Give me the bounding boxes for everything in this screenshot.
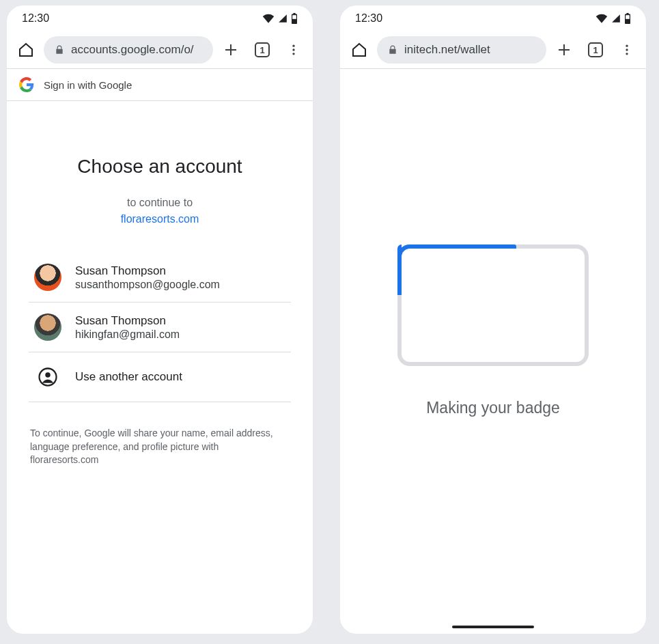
svg-point-5 <box>45 372 51 378</box>
home-button[interactable] <box>12 36 40 64</box>
lock-icon <box>55 44 64 55</box>
wifi-icon <box>262 14 275 23</box>
svg-point-7 <box>626 45 628 47</box>
new-tab-button[interactable] <box>217 36 244 64</box>
badge-card-outline <box>397 244 589 366</box>
svg-rect-6 <box>626 15 630 19</box>
browser-toolbar: accounts.google.com/o/ 1 <box>7 31 313 68</box>
svg-point-9 <box>626 53 628 55</box>
account-info: Susan Thompson hikingfan@gmail.com <box>75 314 180 341</box>
account-name: Susan Thompson <box>75 264 220 278</box>
disclosure-text: To continue, Google will share your name… <box>29 427 291 467</box>
status-time: 12:30 <box>22 12 49 25</box>
browser-toolbar: initech.net/wallet 1 <box>340 31 646 68</box>
person-icon-wrapper <box>34 363 61 391</box>
account-row-2[interactable]: Susan Thompson hikingfan@gmail.com <box>29 303 291 352</box>
svg-point-8 <box>626 48 628 51</box>
svg-rect-0 <box>292 15 296 19</box>
sign-in-header-text: Sign in with Google <box>44 79 132 91</box>
status-icons <box>595 13 631 24</box>
phone-left: 12:30 accounts.google.com/o/ 1 <box>7 5 313 634</box>
tab-count-icon: 1 <box>588 42 603 57</box>
nav-handle[interactable] <box>452 626 534 628</box>
more-menu-button[interactable] <box>613 36 641 64</box>
account-email: susanthompson@google.com <box>75 279 220 291</box>
more-menu-button[interactable] <box>280 36 307 64</box>
url-bar[interactable]: initech.net/wallet <box>377 36 546 64</box>
progress-indicator <box>410 244 516 249</box>
account-info: Susan Thompson susanthompson@google.com <box>75 264 220 291</box>
svg-point-2 <box>292 48 294 51</box>
url-text: initech.net/wallet <box>404 43 490 57</box>
page-title: Choose an account <box>29 156 291 178</box>
use-another-label: Use another account <box>75 370 182 384</box>
account-name: Susan Thompson <box>75 314 180 328</box>
plus-icon <box>556 42 572 58</box>
google-sign-in-header: Sign in with Google <box>7 69 313 101</box>
account-email: hikingfan@gmail.com <box>75 328 180 341</box>
main-content: Choose an account to continue to florare… <box>7 101 313 481</box>
cell-signal-icon <box>611 14 621 23</box>
person-circle-icon <box>38 367 58 387</box>
home-icon <box>18 42 34 58</box>
tabs-button[interactable]: 1 <box>582 36 609 64</box>
badge-loading-area: Making your badge <box>340 69 646 634</box>
avatar <box>34 264 61 291</box>
status-icons <box>262 13 298 24</box>
making-badge-label: Making your badge <box>426 399 560 417</box>
svg-point-3 <box>292 53 294 55</box>
account-row-1[interactable]: Susan Thompson susanthompson@google.com <box>29 253 291 303</box>
new-tab-button[interactable] <box>550 36 578 64</box>
home-button[interactable] <box>346 36 373 64</box>
more-vert-icon <box>287 43 300 57</box>
battery-icon <box>624 13 631 24</box>
battery-icon <box>291 13 298 24</box>
phone-right: 12:30 initech.net/wallet 1 <box>340 5 646 634</box>
url-bar[interactable]: accounts.google.com/o/ <box>44 36 213 64</box>
tab-count-icon: 1 <box>255 42 270 57</box>
url-text: accounts.google.com/o/ <box>71 43 194 57</box>
lock-icon <box>388 44 397 55</box>
status-bar: 12:30 <box>7 5 313 31</box>
more-vert-icon <box>620 43 634 57</box>
accounts-list: Susan Thompson susanthompson@google.com … <box>29 253 291 402</box>
avatar <box>34 313 61 341</box>
tabs-button[interactable]: 1 <box>249 36 276 64</box>
cell-signal-icon <box>277 14 288 23</box>
google-g-logo-icon <box>19 77 34 92</box>
use-another-account-row[interactable]: Use another account <box>29 352 291 402</box>
home-icon <box>351 42 367 58</box>
plus-icon <box>223 42 239 58</box>
status-bar: 12:30 <box>340 5 646 31</box>
continue-site-link[interactable]: floraresorts.com <box>29 213 291 225</box>
status-time: 12:30 <box>355 12 382 25</box>
svg-point-1 <box>292 45 294 47</box>
continue-to-label: to continue to <box>29 197 291 209</box>
wifi-icon <box>595 14 608 23</box>
